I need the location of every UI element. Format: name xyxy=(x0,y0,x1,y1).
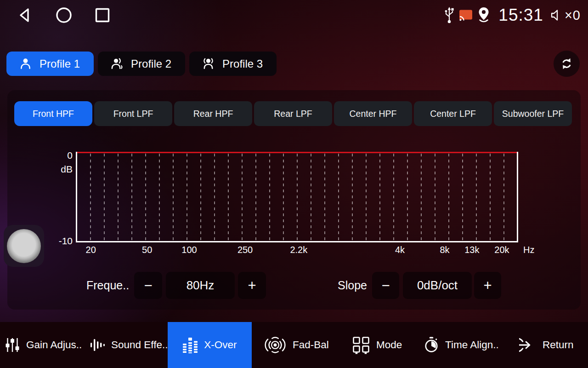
location-icon xyxy=(476,6,491,24)
x-tick-label: 4k xyxy=(395,245,405,255)
home-icon[interactable] xyxy=(55,6,73,24)
tab-label: Subwoofer LPF xyxy=(502,109,564,119)
tab-center-hpf[interactable]: Center HPF xyxy=(334,101,412,126)
volume-level: ×0 xyxy=(565,8,581,23)
x-tick-label: 8k xyxy=(440,245,449,255)
tab-label: Center HPF xyxy=(350,109,397,119)
equalizer-icon xyxy=(182,337,198,353)
volume-indicator: ×0 xyxy=(550,8,581,23)
tab-label: Front HPF xyxy=(33,109,74,119)
x-tick-label: 100 xyxy=(181,245,197,255)
grid-icon xyxy=(352,336,370,354)
x-axis-labels: 20501002502.2k4k8k13k20k xyxy=(77,245,517,257)
y-axis-label-min: -10 xyxy=(48,236,73,247)
slope-value: 0dB/oct xyxy=(403,272,472,299)
knob-circle xyxy=(7,229,41,263)
profile-label: Profile 3 xyxy=(222,58,263,70)
slope-minus-button[interactable]: − xyxy=(372,272,399,299)
back-icon[interactable] xyxy=(17,7,33,23)
person-icon xyxy=(18,57,33,71)
nav-gain-adjust[interactable]: Gain Adjus.. xyxy=(5,322,82,368)
tab-label: Front LPF xyxy=(113,109,153,119)
y-axis-unit: dB xyxy=(48,164,73,175)
nav-fad-bal[interactable]: Fad-Bal xyxy=(264,322,329,368)
x-tick-label: 250 xyxy=(237,245,253,255)
speaker-waves-icon xyxy=(264,336,287,354)
profile-1-button[interactable]: Profile 1 xyxy=(6,52,94,76)
cast-icon xyxy=(459,9,473,22)
xover-panel: Front HPF Front LPF Rear HPF Rear LPF Ce… xyxy=(7,90,581,310)
volume-knob-button[interactable] xyxy=(4,225,44,267)
plot-gridlines xyxy=(77,154,512,240)
person-wave-icon xyxy=(110,57,124,71)
status-bar: 15:31 ×0 xyxy=(0,0,588,30)
slope-label: Slope xyxy=(338,272,367,299)
nav-label: X-Over xyxy=(204,339,237,351)
sync-icon xyxy=(559,56,574,71)
frequency-response-plot: 0 dB -10 20501002502.2k4k8k13k20k Hz xyxy=(76,152,518,242)
tab-front-lpf[interactable]: Front LPF xyxy=(94,101,172,126)
tab-subwoofer-lpf[interactable]: Subwoofer LPF xyxy=(494,101,572,126)
android-nav-keys xyxy=(17,0,110,30)
x-tick-label: 20 xyxy=(86,245,96,255)
usb-icon xyxy=(443,6,455,24)
nav-sound-effects[interactable]: Sound Effe.. xyxy=(90,322,168,368)
nav-label: Return xyxy=(543,339,574,351)
frequency-label: Freque.. xyxy=(86,272,129,299)
slope-plus-button[interactable]: + xyxy=(474,272,501,299)
volume-muted-icon xyxy=(550,8,564,22)
mixer-icon xyxy=(5,337,20,353)
nav-xover[interactable]: X-Over xyxy=(168,322,252,368)
waveform-icon xyxy=(90,337,105,353)
recents-icon[interactable] xyxy=(95,7,110,23)
nav-mode[interactable]: Mode xyxy=(352,322,402,368)
profile-label: Profile 1 xyxy=(40,58,80,70)
y-axis-label-0: 0 xyxy=(48,150,73,161)
tab-label: Center LPF xyxy=(430,109,476,119)
bottom-nav-bar: Gain Adjus.. Sound Effe.. X-Over xyxy=(0,322,588,368)
filter-tab-row: Front HPF Front LPF Rear HPF Rear LPF Ce… xyxy=(14,101,572,126)
return-arrow-icon xyxy=(519,336,537,354)
x-tick-label: 13k xyxy=(464,245,479,255)
stopwatch-icon xyxy=(424,336,439,354)
nav-label: Gain Adjus.. xyxy=(26,339,82,351)
tab-front-hpf[interactable]: Front HPF xyxy=(14,101,92,126)
nav-label: Time Align.. xyxy=(445,339,499,351)
profile-tabs: Profile 1 Profile 2 Profile 3 xyxy=(6,52,277,76)
x-tick-label: 50 xyxy=(142,245,152,255)
nav-label: Sound Effe.. xyxy=(111,339,168,351)
tab-rear-hpf[interactable]: Rear HPF xyxy=(174,101,252,126)
frequency-plus-button[interactable]: + xyxy=(238,272,266,299)
profile-2-button[interactable]: Profile 2 xyxy=(98,52,185,76)
person-waves-icon xyxy=(201,57,215,71)
nav-label: Mode xyxy=(376,339,402,351)
x-tick-label: 2.2k xyxy=(290,245,307,255)
x-tick-label: 20k xyxy=(494,245,509,255)
profile-label: Profile 2 xyxy=(131,58,171,70)
clock: 15:31 xyxy=(498,6,543,25)
frequency-minus-button[interactable]: − xyxy=(134,272,162,299)
tab-center-lpf[interactable]: Center LPF xyxy=(414,101,492,126)
tab-label: Rear LPF xyxy=(274,109,312,119)
nav-label: Fad-Bal xyxy=(293,339,329,351)
sync-button[interactable] xyxy=(554,51,580,77)
tab-label: Rear HPF xyxy=(193,109,233,119)
frequency-value: 80Hz xyxy=(166,272,235,299)
response-curve xyxy=(77,152,517,153)
nav-return[interactable]: Return xyxy=(519,322,574,368)
nav-time-align[interactable]: Time Align.. xyxy=(424,322,499,368)
profile-3-button[interactable]: Profile 3 xyxy=(189,52,277,76)
tab-rear-lpf[interactable]: Rear LPF xyxy=(254,101,332,126)
x-axis-unit: Hz xyxy=(523,245,534,255)
